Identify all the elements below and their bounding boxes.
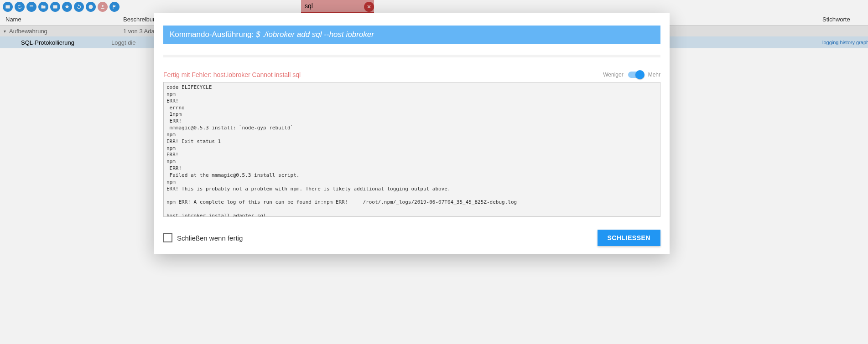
status-row: Fertig mit Fehler: host.iobroker Cannot …	[163, 71, 660, 78]
log-output[interactable]: code ELIFECYCLE npm ERR! errno 1npm ERR!…	[163, 82, 660, 217]
close-when-done-checkbox[interactable]	[163, 233, 172, 242]
close-button[interactable]: SCHLIESSEN	[598, 230, 660, 246]
dialog-footer: Schließen wenn fertig SCHLIESSEN	[163, 230, 660, 246]
toggle-less-label: Weniger	[603, 72, 623, 78]
progress-bar	[163, 55, 660, 57]
log-detail-toggle: Weniger Mehr	[603, 72, 660, 78]
status-error: Fertig mit Fehler: host.iobroker Cannot …	[163, 71, 603, 78]
command-banner: Kommando-Ausführung: $ ./iobroker add sq…	[163, 26, 660, 44]
command-text: $ ./iobroker add sql --host iobroker	[256, 30, 374, 39]
command-dialog: Kommando-Ausführung: $ ./iobroker add sq…	[154, 13, 670, 254]
command-label: Kommando-Ausführung:	[170, 30, 256, 39]
detail-switch[interactable]	[628, 72, 644, 78]
toggle-more-label: Mehr	[648, 72, 660, 78]
close-when-done-label: Schließen wenn fertig	[177, 234, 243, 242]
